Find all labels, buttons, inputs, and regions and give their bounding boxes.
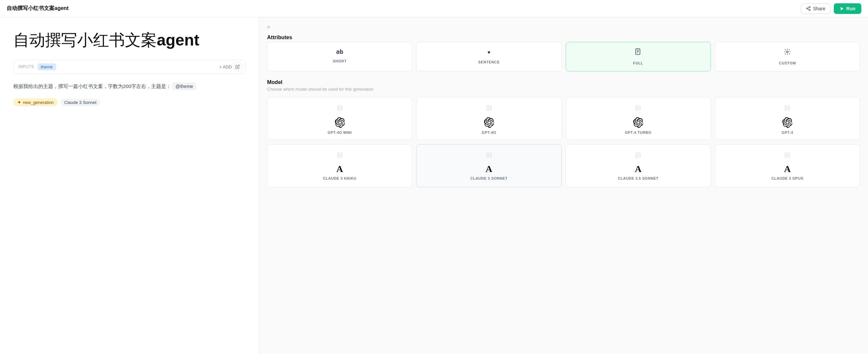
model-card-label: CLAUDE 3 HAIKU (323, 176, 356, 180)
model-grid: GPT-4O MINI GPT-4O GPT-4 TURBO GPT-4 (267, 97, 860, 187)
share-button[interactable]: Share (801, 3, 830, 14)
svg-point-18 (786, 106, 787, 107)
theme-mention-tag: @theme (173, 83, 196, 90)
model-card-claude3-opus[interactable]: ACLAUDE 3 OPUS (715, 144, 860, 187)
format-card-custom[interactable]: CUSTOM (715, 42, 860, 71)
anthropic-ai-logo: A (635, 164, 642, 174)
model-card-label: CLAUDE 3.5 SONNET (618, 176, 658, 180)
model-card-label: GPT-4O (482, 130, 496, 134)
edit-button[interactable] (232, 62, 243, 72)
model-card-label: GPT-4O MINI (328, 130, 352, 134)
theme-tag[interactable]: theme (37, 63, 56, 70)
model-card-gpt4-turbo[interactable]: GPT-4 TURBO (566, 97, 711, 140)
attributes-title: Attributes (267, 35, 860, 40)
model-card-label: GPT-4 (782, 130, 793, 134)
svg-point-20 (339, 154, 339, 154)
model-section: Model Choose which model should be used … (267, 79, 860, 187)
generation-pill[interactable]: ✦ new_generation (13, 98, 58, 106)
model-card-image (719, 103, 856, 115)
app-title: 自动撰写小红书文案agent (7, 5, 69, 12)
svg-point-10 (786, 51, 788, 53)
play-icon (840, 6, 844, 11)
model-card-image (271, 150, 408, 162)
right-panel: » Attributes abSHORT•SENTENCE FULL CUSTO… (259, 17, 868, 354)
add-input-button[interactable]: + ADD (219, 64, 232, 69)
format-card-label: SENTENCE (478, 60, 500, 64)
anthropic-ai-logo: A (337, 164, 343, 174)
model-card-label: GPT-4 TURBO (625, 130, 651, 134)
svg-point-24 (637, 154, 638, 154)
dot-icon: • (488, 48, 490, 56)
navbar-actions: Share Run (801, 3, 861, 14)
model-card-label: CLAUDE 3 SONNET (470, 176, 507, 180)
model-card-image (421, 103, 557, 115)
svg-point-12 (339, 106, 339, 107)
svg-line-3 (808, 9, 809, 9)
image-placeholder-icon (337, 105, 343, 112)
inputs-label: INPUTS (18, 64, 34, 69)
doc-icon (634, 48, 642, 57)
openai-logo-icon (484, 117, 494, 128)
svg-point-0 (809, 6, 810, 8)
format-card-full[interactable]: FULL (566, 42, 711, 71)
format-card-label: FULL (633, 61, 644, 65)
model-section-desc: Choose which model should be used for th… (267, 87, 860, 92)
share-icon (806, 6, 811, 11)
spark-icon: ✦ (17, 100, 21, 105)
model-card-image (570, 150, 707, 162)
image-placeholder-icon (784, 105, 790, 112)
svg-point-1 (807, 8, 808, 9)
collapse-button[interactable]: » (267, 24, 270, 30)
svg-marker-5 (841, 7, 843, 10)
custom-icon (784, 48, 791, 57)
inputs-bar: INPUTS theme + ADD (13, 60, 246, 74)
model-card-gpt4o-mini[interactable]: GPT-4O MINI (267, 97, 412, 140)
model-card-claude3-sonnet[interactable]: ACLAUDE 3 SONNET (416, 144, 561, 187)
model-card-claude35-sonnet[interactable]: ACLAUDE 3.5 SONNET (566, 144, 711, 187)
anthropic-ai-logo: A (486, 164, 492, 174)
image-placeholder-icon (784, 152, 790, 160)
svg-point-14 (488, 106, 488, 107)
prompt-text: 根据我给出的主题，撰写一篇小红书文案，字数为200字左右，主题是： @theme (13, 82, 246, 91)
image-placeholder-icon (486, 105, 492, 112)
model-card-image (719, 150, 856, 162)
svg-point-16 (637, 106, 638, 107)
openai-logo-icon (335, 117, 345, 128)
image-placeholder-icon (635, 152, 641, 160)
model-card-label: CLAUDE 3 OPUS (771, 176, 803, 180)
main-layout: 自动撰写小红书文案agent INPUTS theme + ADD 根据我给出的… (0, 17, 868, 354)
svg-point-26 (786, 154, 787, 154)
model-card-gpt4o[interactable]: GPT-4O (416, 97, 561, 140)
format-card-label: SHORT (333, 59, 347, 63)
model-card-image (421, 150, 557, 162)
model-card-image (570, 103, 707, 115)
openai-logo-icon (633, 117, 644, 128)
navbar: 自动撰写小红书文案agent Share Run (0, 0, 868, 17)
format-grid: abSHORT•SENTENCE FULL CUSTOM (267, 42, 860, 71)
model-card-gpt4[interactable]: GPT-4 (715, 97, 860, 140)
image-placeholder-icon (486, 152, 492, 160)
format-card-short[interactable]: abSHORT (267, 42, 412, 71)
model-card-claude3-haiku[interactable]: ACLAUDE 3 HAIKU (267, 144, 412, 187)
image-placeholder-icon (337, 152, 343, 160)
svg-point-2 (809, 9, 810, 11)
generation-badge: ✦ new_generation Claude 3 Sonnet (13, 98, 246, 106)
anthropic-ai-logo: A (784, 164, 790, 174)
format-card-sentence[interactable]: •SENTENCE (416, 42, 561, 71)
model-card-image (271, 103, 408, 115)
model-pill: Claude 3 Sonnet (60, 99, 101, 106)
run-button[interactable]: Run (834, 3, 861, 14)
model-section-title: Model (267, 79, 860, 85)
ab-icon: ab (336, 48, 343, 55)
openai-logo-icon (782, 117, 793, 128)
svg-point-22 (488, 154, 488, 154)
format-card-label: CUSTOM (779, 61, 796, 65)
svg-line-4 (808, 7, 809, 8)
image-placeholder-icon (635, 105, 641, 112)
agent-title: 自动撰写小红书文案agent (13, 31, 246, 50)
edit-icon (235, 64, 240, 69)
left-panel: 自动撰写小红书文案agent INPUTS theme + ADD 根据我给出的… (0, 17, 259, 354)
